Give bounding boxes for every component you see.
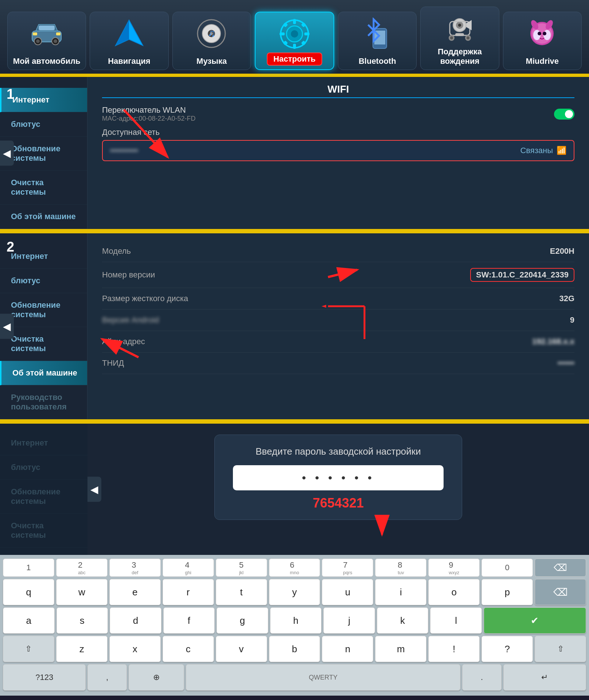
kb-key-a[interactable]: a <box>3 607 55 634</box>
kb-key-exclaim[interactable]: ! <box>428 636 480 662</box>
model-key: Модель <box>102 246 131 256</box>
kb-row-2: a s d f g h j k l ✔ <box>3 607 586 634</box>
nav-arrow-left-3[interactable]: ◀ <box>87 477 101 502</box>
kb-key-q[interactable]: q <box>3 579 54 605</box>
menu-item-car[interactable]: Мой автомобиль <box>7 12 86 70</box>
kb-key-c[interactable]: c <box>163 636 214 662</box>
svg-point-17 <box>291 30 298 38</box>
cam-icon <box>444 12 476 45</box>
network-row-item[interactable]: •••••••••• Связаны 📶 <box>102 140 574 161</box>
menu-label-driving: Поддержка вождения <box>424 47 496 66</box>
wifi-switch-label: Переключатель WLAN <box>102 105 196 115</box>
kb-num-8: 8tuv <box>375 559 426 577</box>
kb-key-space[interactable]: QWERTY <box>186 664 460 691</box>
kb-key-return[interactable]: ↵ <box>503 664 586 691</box>
menu-item-bluetooth[interactable]: Bluetooth <box>338 12 417 70</box>
kb-key-r[interactable]: r <box>163 579 214 605</box>
kb-key-o[interactable]: o <box>428 579 480 605</box>
password-hint: 7654321 <box>233 495 444 511</box>
kb-key-l[interactable]: l <box>430 607 482 634</box>
nav-arrow-left-2[interactable]: ◀ <box>0 314 14 339</box>
kb-key-h[interactable]: h <box>270 607 322 634</box>
menu-item-driving[interactable]: Поддержка вождения <box>420 7 499 70</box>
kb-key-enter[interactable]: ✔ <box>484 607 586 634</box>
svg-rect-32 <box>455 33 464 36</box>
sidebar-item-bluetooth-1[interactable]: блютус <box>0 112 87 137</box>
kb-key-w[interactable]: w <box>56 579 108 605</box>
settings-active-label: Настроить <box>267 52 322 66</box>
wifi-toggle[interactable] <box>554 109 574 120</box>
menu-item-settings[interactable]: Настроить <box>255 12 334 70</box>
kb-backspace-num[interactable]: ⌫ <box>535 559 586 577</box>
top-menu: Мой автомобиль Навигация ♫ Музыка <box>0 0 589 75</box>
dialog-dimmed-sidebar: Интернет блютус Обновление системы Очист… <box>0 424 87 555</box>
kb-key-b[interactable]: b <box>269 636 320 662</box>
section-password: Интернет блютус Обновление системы Очист… <box>0 424 589 696</box>
menu-item-miudrive[interactable]: Miudrive <box>503 12 582 70</box>
kb-key-u[interactable]: u <box>322 579 373 605</box>
kb-key-k[interactable]: k <box>377 607 429 634</box>
hdd-value: 32G <box>559 294 574 303</box>
kb-key-e[interactable]: e <box>109 579 161 605</box>
about-row-android: Версия Android 9 <box>102 310 574 331</box>
nav-arrow-left-1[interactable]: ◀ <box>0 140 14 166</box>
wifi-tab-label: WIFI <box>102 77 574 98</box>
dialog-sidebar-bluetooth: блютус <box>0 455 87 480</box>
about-row-ip: Айпи адрес 192.168.x.x <box>102 331 574 353</box>
kb-key-n[interactable]: n <box>322 636 373 662</box>
version-key: Номер версии <box>102 270 155 280</box>
keyboard: 1 2abc 3def 4ghi 5jkl 6mno 7pqrs 8tuv 9w… <box>0 555 589 696</box>
kb-key-t[interactable]: t <box>216 579 267 605</box>
about-row-hdd: Размер жесткого диска 32G <box>102 288 574 310</box>
kb-key-d[interactable]: d <box>110 607 161 634</box>
kb-key-m[interactable]: m <box>375 636 426 662</box>
kb-num-4: 4ghi <box>163 559 214 577</box>
password-input[interactable]: • • • • • • <box>233 465 444 490</box>
kb-row-1: q w e r t y u i o p ⌫ <box>3 579 586 605</box>
kb-shift-left[interactable]: ⇧ <box>3 636 54 662</box>
kb-key-dot[interactable]: . <box>462 664 501 691</box>
kb-num-9: 9wxyz <box>428 559 480 577</box>
section-about: 2 Интернет блютус Обновление системы <box>0 233 589 421</box>
about-row-tnid: ТНИД •••••• <box>102 353 574 374</box>
about-row-model: Модель E200H <box>102 241 574 262</box>
kb-key-globe[interactable]: ⊕ <box>129 664 184 691</box>
svg-rect-6 <box>56 32 61 35</box>
kb-num-1: 1 <box>3 559 54 577</box>
password-dialog: Введите пароль заводской настройки • • •… <box>214 435 462 520</box>
kb-key-j[interactable]: j <box>323 607 375 634</box>
hdd-key: Размер жесткого диска <box>102 294 188 303</box>
kb-numbers-row: 1 2abc 3def 4ghi 5jkl 6mno 7pqrs 8tuv 9w… <box>3 559 586 577</box>
kb-shift-right[interactable]: ⇧ <box>535 636 586 662</box>
kb-key-y[interactable]: y <box>269 579 320 605</box>
menu-label-miudrive: Miudrive <box>526 57 559 66</box>
about-row-version: Номер версии SW:1.01.C_220414_2339 <box>102 262 574 288</box>
kb-key-comma[interactable]: , <box>87 664 126 691</box>
kb-backspace-main[interactable]: ⌫ <box>535 579 586 605</box>
sidebar-item-about-1[interactable]: Об этой машине <box>0 205 87 229</box>
sidebar-item-sysclean-1[interactable]: Очистка системы <box>0 171 87 205</box>
kb-key-s[interactable]: s <box>56 607 108 634</box>
kb-key-symbols[interactable]: ?123 <box>3 664 86 691</box>
kb-key-i[interactable]: i <box>375 579 426 605</box>
kb-key-p[interactable]: p <box>481 579 533 605</box>
menu-label-music: Музыка <box>196 57 227 66</box>
dialog-sidebar-internet: Интернет <box>0 431 87 455</box>
menu-item-nav[interactable]: Навигация <box>90 12 168 70</box>
menu-item-music[interactable]: ♫ Музыка <box>172 12 251 70</box>
ip-key: Айпи адрес <box>102 337 145 346</box>
svg-rect-20 <box>280 32 285 35</box>
kb-key-z[interactable]: z <box>56 636 108 662</box>
svg-point-41 <box>538 32 541 35</box>
kb-num-0: 0 <box>481 559 533 577</box>
menu-label-nav: Навигация <box>108 57 150 66</box>
wifi-switch-row: Переключатель WLAN MAC-адрес:00-08-22-A0… <box>102 105 574 122</box>
about-content-area: Модель E200H Номер версии SW:1.01.C_2204… <box>87 233 589 419</box>
kb-key-x[interactable]: x <box>109 636 161 662</box>
kb-key-question[interactable]: ? <box>481 636 533 662</box>
kb-key-f[interactable]: f <box>163 607 215 634</box>
kb-key-v[interactable]: v <box>216 636 267 662</box>
kb-key-g[interactable]: g <box>217 607 268 634</box>
kb-row-3: ⇧ z x c v b n m ! ? ⇧ <box>3 636 586 662</box>
network-status: Связаны 📶 <box>520 146 566 155</box>
